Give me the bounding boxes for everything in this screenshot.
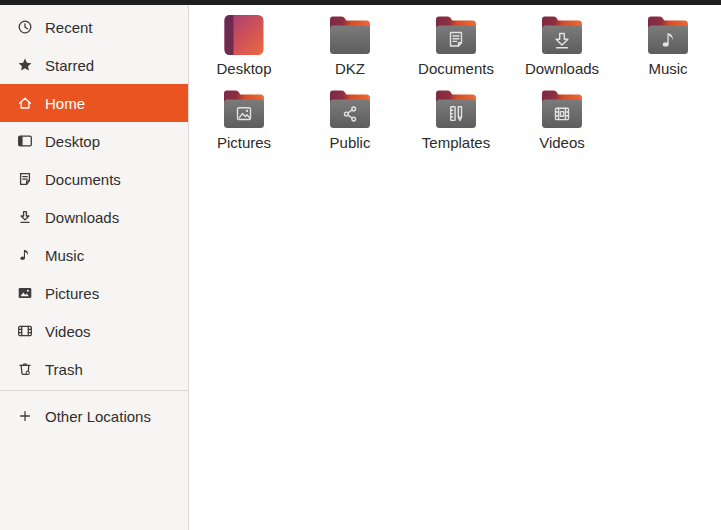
folder-label: Templates xyxy=(422,135,490,151)
home-icon xyxy=(17,95,33,111)
starred-icon xyxy=(17,57,33,73)
sidebar-item-pictures[interactable]: Pictures xyxy=(0,274,188,312)
folder-label: Documents xyxy=(418,61,494,77)
desktop-folder-icon xyxy=(222,14,266,56)
sidebar-item-starred[interactable]: Starred xyxy=(0,46,188,84)
folder-item-music[interactable]: Music xyxy=(615,10,721,84)
downloads-folder-icon xyxy=(540,14,584,56)
music-folder-icon xyxy=(646,14,690,56)
folder-label: Pictures xyxy=(217,135,271,151)
sidebar-item-label: Videos xyxy=(45,323,91,340)
pictures-folder-icon xyxy=(222,88,266,130)
folder-label: Music xyxy=(648,61,687,77)
videos-icon xyxy=(17,323,33,339)
sidebar-item-documents[interactable]: Documents xyxy=(0,160,188,198)
folder-label: Desktop xyxy=(216,61,271,77)
folder-item-public[interactable]: Public xyxy=(297,84,403,158)
sidebar-item-label: Music xyxy=(45,247,84,264)
sidebar-item-label: Home xyxy=(45,95,85,112)
sidebar-item-label: Documents xyxy=(45,171,121,188)
public-folder-icon xyxy=(328,88,372,130)
desktop-icon xyxy=(17,133,33,149)
folder-item-videos[interactable]: Videos xyxy=(509,84,615,158)
templates-folder-icon xyxy=(434,88,478,130)
pictures-icon xyxy=(17,285,33,301)
sidebar-item-label: Downloads xyxy=(45,209,119,226)
music-icon xyxy=(17,247,33,263)
sidebar-item-label: Recent xyxy=(45,19,93,36)
files-window: Recent Starred Home Desktop Documents xyxy=(0,0,721,530)
sidebar-item-home[interactable]: Home xyxy=(0,84,188,122)
downloads-icon xyxy=(17,209,33,225)
folder-item-dkz[interactable]: DKZ xyxy=(297,10,403,84)
folder-item-documents[interactable]: Documents xyxy=(403,10,509,84)
sidebar-item-trash[interactable]: Trash xyxy=(0,350,188,388)
folder-label: DKZ xyxy=(335,61,365,77)
sidebar-item-music[interactable]: Music xyxy=(0,236,188,274)
sidebar-item-desktop[interactable]: Desktop xyxy=(0,122,188,160)
sidebar-item-recent[interactable]: Recent xyxy=(0,8,188,46)
sidebar-item-label: Starred xyxy=(45,57,94,74)
folder-label: Videos xyxy=(539,135,585,151)
sidebar: Recent Starred Home Desktop Documents xyxy=(0,5,189,530)
folder-item-templates[interactable]: Templates xyxy=(403,84,509,158)
folder-label: Downloads xyxy=(525,61,599,77)
folder-item-downloads[interactable]: Downloads xyxy=(509,10,615,84)
plus-icon xyxy=(17,408,33,424)
sidebar-item-videos[interactable]: Videos xyxy=(0,312,188,350)
sidebar-item-label: Pictures xyxy=(45,285,99,302)
sidebar-separator xyxy=(0,390,188,391)
videos-folder-icon xyxy=(540,88,584,130)
folder-item-pictures[interactable]: Pictures xyxy=(191,84,297,158)
sidebar-item-label: Desktop xyxy=(45,133,100,150)
trash-icon xyxy=(17,361,33,377)
documents-folder-icon xyxy=(434,14,478,56)
folder-label: Public xyxy=(330,135,371,151)
sidebar-item-downloads[interactable]: Downloads xyxy=(0,198,188,236)
file-grid: Desktop DKZ Documents Downloads xyxy=(189,5,721,530)
sidebar-item-other-locations[interactable]: Other Locations xyxy=(0,397,188,435)
recent-icon xyxy=(17,19,33,35)
documents-icon xyxy=(17,171,33,187)
sidebar-item-label: Other Locations xyxy=(45,408,151,425)
sidebar-item-label: Trash xyxy=(45,361,83,378)
plain-folder-icon xyxy=(328,14,372,56)
folder-item-desktop[interactable]: Desktop xyxy=(191,10,297,84)
